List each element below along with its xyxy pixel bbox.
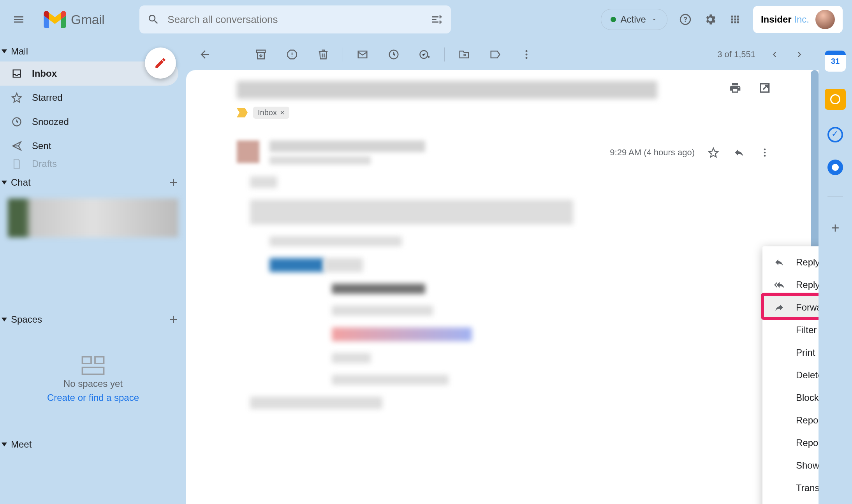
gmail-logo-icon [44, 11, 66, 28]
reply-all-icon [773, 279, 785, 291]
nav-snoozed[interactable]: Snoozed [0, 110, 178, 134]
delete-button[interactable] [316, 47, 330, 61]
menu-reply[interactable]: Reply [762, 251, 819, 274]
subject-redacted [237, 81, 657, 99]
section-header-meet[interactable]: Meet [0, 434, 186, 455]
collapse-icon [2, 49, 7, 53]
header: Gmail Active [0, 0, 852, 39]
star-icon [10, 91, 23, 104]
collapse-icon [2, 318, 7, 321]
move-to-button[interactable] [457, 47, 471, 61]
archive-button[interactable] [254, 47, 268, 61]
menu-show-original[interactable]: Show original [762, 454, 819, 477]
report-spam-button[interactable] [285, 47, 299, 61]
new-space-button[interactable]: + [169, 311, 178, 328]
pencil-icon [154, 56, 167, 70]
reply-button[interactable] [732, 146, 746, 160]
calendar-app-icon[interactable] [825, 51, 846, 72]
labels-button[interactable] [488, 47, 502, 61]
organization-chip[interactable]: Insider Inc. [753, 6, 843, 33]
remove-label-icon[interactable]: × [280, 108, 285, 117]
menu-block[interactable]: Block "John Laslo" [762, 386, 819, 409]
menu-print[interactable]: Print [762, 341, 819, 364]
svg-point-7 [764, 152, 766, 154]
contacts-app-icon[interactable] [827, 160, 843, 175]
file-icon [10, 158, 23, 170]
app-name: Gmail [71, 12, 104, 27]
side-panel-separator [827, 196, 843, 197]
main-area: 3 of 1,551 [186, 39, 819, 504]
pager-text: 3 of 1,551 [717, 49, 755, 60]
sidebar: Mail Inbox 45 Starred Snoozed Sent [0, 39, 186, 504]
svg-point-5 [526, 57, 528, 59]
menu-report-phishing[interactable]: Report phishing [762, 432, 819, 454]
main-menu-button[interactable] [9, 10, 28, 29]
more-toolbar-button[interactable] [519, 47, 533, 61]
star-message-button[interactable] [706, 146, 720, 160]
tasks-app-icon[interactable] [827, 127, 843, 142]
compose-button[interactable] [145, 47, 176, 79]
search-icon [147, 13, 160, 26]
menu-reply-all[interactable]: Reply to all [762, 274, 819, 296]
snooze-button[interactable] [387, 47, 401, 61]
collapse-icon [2, 181, 7, 184]
prev-button[interactable] [767, 47, 781, 61]
gmail-logo-block[interactable]: Gmail [44, 11, 104, 28]
section-header-spaces[interactable]: Spaces + [0, 307, 186, 332]
settings-icon[interactable] [703, 12, 717, 26]
menu-forward[interactable]: Forward [762, 296, 819, 319]
side-panel: + [819, 39, 852, 504]
message-toolbar: 3 of 1,551 [186, 39, 819, 70]
menu-filter[interactable]: Filter messages like this [762, 319, 819, 341]
svg-point-4 [526, 54, 528, 56]
status-chip[interactable]: Active [601, 9, 667, 30]
print-button[interactable] [728, 81, 742, 95]
add-to-tasks-button[interactable] [418, 47, 432, 61]
mark-unread-button[interactable] [356, 47, 370, 61]
apps-icon[interactable] [728, 12, 742, 26]
menu-translate[interactable]: Translate message [762, 477, 819, 499]
message-content: Inbox × 9:29 AM (4 hours ago) [186, 70, 819, 504]
chevron-down-icon [651, 16, 658, 23]
more-message-button[interactable] [758, 146, 772, 160]
inbox-icon [10, 67, 23, 80]
svg-point-6 [764, 149, 766, 151]
search-input[interactable] [167, 14, 423, 26]
message-body-redacted [269, 176, 772, 409]
search-options-icon[interactable] [431, 13, 443, 26]
create-space-link[interactable]: Create or find a space [47, 392, 139, 403]
clock-icon [10, 115, 23, 128]
nav-drafts[interactable]: Drafts [0, 158, 178, 170]
section-header-chat[interactable]: Chat + [0, 170, 186, 195]
nav-starred[interactable]: Starred [0, 86, 178, 110]
message-timestamp: 9:29 AM (4 hours ago) [610, 148, 695, 158]
chat-item-redacted[interactable] [8, 198, 178, 237]
spaces-empty-state: No spaces yet Create or find a space [0, 356, 186, 419]
support-icon[interactable] [678, 12, 692, 26]
menu-report-spam[interactable]: Report spam [762, 409, 819, 432]
sender-info-redacted [269, 140, 425, 165]
svg-point-3 [526, 50, 528, 52]
inbox-label-chip[interactable]: Inbox × [253, 107, 289, 119]
importance-marker-icon[interactable] [237, 108, 248, 118]
svg-point-8 [764, 155, 766, 157]
nav-sent[interactable]: Sent [0, 134, 178, 158]
collapse-icon [2, 443, 7, 446]
reply-icon [773, 256, 785, 268]
sender-avatar[interactable] [237, 140, 259, 163]
status-active-icon [611, 17, 616, 22]
new-chat-button[interactable]: + [169, 174, 178, 191]
next-button[interactable] [793, 47, 807, 61]
org-name: Insider Inc. [761, 14, 809, 25]
keep-app-icon[interactable] [825, 89, 846, 110]
get-addons-button[interactable]: + [825, 218, 846, 239]
status-label: Active [621, 14, 646, 25]
back-button[interactable] [198, 47, 212, 61]
forward-icon [773, 302, 785, 313]
account-avatar[interactable] [815, 10, 835, 29]
open-new-window-button[interactable] [758, 81, 772, 95]
menu-delete[interactable]: Delete this message [762, 364, 819, 386]
menu-download[interactable]: Download message [762, 499, 819, 504]
search-box[interactable] [139, 5, 451, 33]
message-actions-menu: Reply Reply to all Forward Filter messag… [762, 246, 819, 504]
